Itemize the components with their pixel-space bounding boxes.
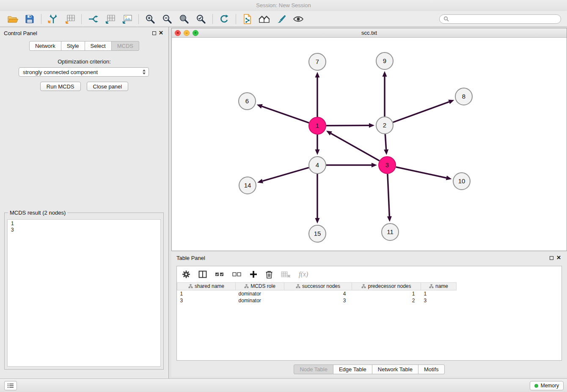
graph-node-2[interactable]: 2	[376, 117, 393, 134]
apply-layout-button[interactable]	[216, 12, 233, 26]
node-table-row[interactable]: 1dominator411	[177, 290, 457, 297]
delete-column-button[interactable]	[265, 270, 273, 279]
column-header-mcds-role[interactable]: MCDS role	[236, 283, 284, 290]
graph-edge-arrowhead	[383, 71, 387, 77]
column-header-predecessor-nodes[interactable]: predecessor nodes	[352, 283, 421, 290]
graph-node-11[interactable]: 11	[382, 224, 399, 240]
tab-node-table[interactable]: Node Table	[294, 364, 333, 374]
zoom-in-button[interactable]	[142, 12, 159, 26]
memory-button[interactable]: Memory	[530, 381, 564, 390]
close-table-panel-icon[interactable]: ✕	[556, 254, 561, 261]
criterion-dropdown[interactable]: strongly connected component	[19, 67, 149, 77]
network-window-title: scc.txt	[361, 30, 377, 36]
graph-node-9[interactable]: 9	[376, 52, 393, 69]
home-button[interactable]	[256, 12, 273, 26]
export-image-button[interactable]	[118, 12, 135, 26]
select-all-button[interactable]	[215, 271, 224, 278]
svg-text:4: 4	[316, 161, 319, 168]
column-header-successor-nodes[interactable]: successor nodes	[284, 283, 352, 290]
float-panel-icon[interactable]	[152, 31, 156, 35]
network-document-button[interactable]	[239, 12, 256, 26]
minimize-window-icon[interactable]: −	[184, 30, 190, 36]
node-table-body: 1dominator4113dominator323	[177, 290, 457, 304]
graph-edge-2-3[interactable]	[385, 134, 386, 149]
close-panel-icon[interactable]: ✕	[159, 30, 163, 36]
result-line: 1	[11, 221, 157, 227]
graph-edge-arrowhead	[315, 218, 320, 224]
column-type-icon	[429, 284, 434, 290]
show-columns-button[interactable]	[198, 271, 207, 278]
export-image-icon	[121, 14, 132, 24]
network-graph[interactable]: 7968124314101511	[172, 38, 567, 251]
tab-edge-table[interactable]: Edge Table	[333, 364, 372, 374]
graph-edge-1-2[interactable]	[326, 125, 369, 126]
table-settings-button[interactable]	[182, 270, 190, 279]
style-brush-button[interactable]	[273, 12, 290, 26]
maximize-window-icon[interactable]: +	[193, 30, 198, 36]
node-table-row[interactable]: 3dominator323	[177, 297, 457, 304]
window-title-bar: Session: New Session	[0, 0, 567, 11]
node-table-cell: dominator	[236, 290, 284, 297]
graph-node-15[interactable]: 15	[309, 225, 326, 242]
graph-node-14[interactable]: 14	[239, 177, 256, 194]
import-table-icon	[64, 14, 75, 24]
network-canvas[interactable]: 7968124314101511	[172, 38, 567, 251]
graph-node-7[interactable]: 7	[309, 53, 326, 70]
status-bar: Memory	[0, 378, 567, 392]
tab-network-table[interactable]: Network Table	[372, 364, 418, 374]
graph-edge-3-1[interactable]	[331, 133, 379, 161]
float-table-panel-icon[interactable]	[550, 256, 553, 260]
import-table-button[interactable]	[61, 12, 78, 26]
graph-edge-arrowhead	[257, 179, 263, 183]
graphics-details-button[interactable]	[290, 12, 307, 26]
import-network-button[interactable]	[44, 12, 61, 26]
mcds-result-text[interactable]: 1 3	[7, 219, 161, 367]
graph-node-8[interactable]: 8	[455, 88, 472, 105]
export-table-icon	[105, 14, 116, 24]
delete-table-icon	[281, 271, 291, 278]
graph-edge-2-8[interactable]	[393, 102, 449, 122]
graph-node-4[interactable]: 4	[309, 157, 326, 174]
tab-style[interactable]: Style	[61, 41, 85, 51]
search-field[interactable]	[439, 14, 561, 24]
control-panel-title: Control Panel	[4, 30, 37, 36]
graph-node-3[interactable]: 3	[379, 157, 396, 174]
close-window-icon[interactable]: ✕	[175, 30, 181, 36]
column-header-shared-name[interactable]: shared name	[177, 283, 236, 290]
network-window-titlebar[interactable]: ✕ − + scc.txt	[172, 28, 567, 38]
close-panel-button[interactable]: Close panel	[87, 82, 129, 91]
mcds-result-title: MCDS result (2 nodes)	[8, 210, 67, 216]
tab-select[interactable]: Select	[85, 41, 112, 51]
tab-motifs[interactable]: Motifs	[418, 364, 445, 374]
task-history-button[interactable]	[4, 381, 17, 390]
new-network-button[interactable]	[85, 12, 102, 26]
svg-text:2: 2	[383, 121, 386, 129]
open-session-button[interactable]	[4, 12, 21, 26]
graph-edge-4-14[interactable]	[263, 168, 309, 181]
graph-node-6[interactable]: 6	[239, 93, 256, 110]
tab-network[interactable]: Network	[29, 41, 61, 51]
deselect-all-button[interactable]	[232, 271, 242, 278]
graph-node-10[interactable]: 10	[453, 173, 470, 190]
zoom-selected-button[interactable]	[193, 12, 209, 26]
tab-mcds[interactable]: MCDS	[111, 41, 139, 51]
svg-text:3: 3	[385, 161, 389, 168]
graph-edge-3-11[interactable]	[388, 174, 389, 216]
network-window: ✕ − + scc.txt 7968124314101511	[171, 28, 567, 251]
zoom-out-button[interactable]	[159, 12, 176, 26]
column-header-name[interactable]: name	[421, 283, 457, 290]
graph-node-1[interactable]: 1	[309, 117, 326, 134]
run-mcds-button[interactable]: Run MCDS	[40, 82, 81, 91]
add-column-button[interactable]	[250, 271, 257, 278]
toolbar-separator	[138, 14, 139, 24]
graph-edge-1-6[interactable]	[262, 106, 309, 123]
node-table-header-row: shared name MCDS role successor nodes pr…	[177, 283, 457, 290]
graph-edge-3-10[interactable]	[396, 167, 446, 178]
svg-text:7: 7	[316, 58, 319, 65]
graph-edge-arrowhead	[387, 216, 392, 222]
save-session-button[interactable]	[21, 12, 38, 26]
toolbar-separator	[212, 14, 213, 24]
search-input[interactable]	[451, 16, 557, 22]
zoom-fit-button[interactable]	[176, 12, 193, 26]
export-table-button[interactable]	[102, 12, 118, 26]
